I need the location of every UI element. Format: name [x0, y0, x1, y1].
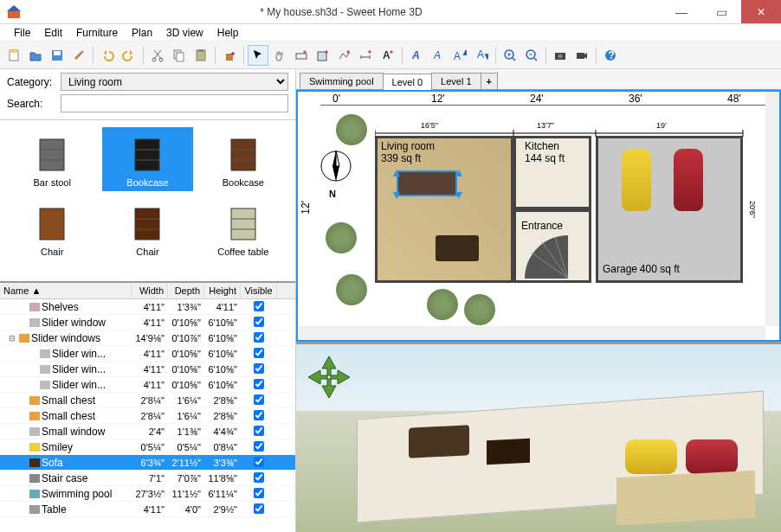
table-header[interactable]: Name ▲ Width Depth Height Visible: [0, 283, 295, 299]
paste-button[interactable]: [190, 45, 211, 66]
create-rooms-tool[interactable]: [313, 45, 333, 66]
selection-handles[interactable]: [393, 166, 462, 202]
create-polylines-tool[interactable]: [334, 45, 355, 66]
row-visible-checkbox[interactable]: [254, 379, 264, 389]
catalog-item-bar-stool[interactable]: Bar stool: [7, 127, 97, 191]
save-button[interactable]: [47, 45, 68, 66]
tab-level-1[interactable]: Level 1: [431, 73, 481, 89]
menu-help[interactable]: Help: [210, 25, 246, 41]
staircase-icon[interactable]: [525, 235, 568, 279]
add-furniture-button[interactable]: [219, 45, 240, 66]
row-visible-checkbox[interactable]: [254, 503, 264, 514]
car-red-plan[interactable]: [674, 149, 703, 211]
view-3d[interactable]: [296, 342, 781, 532]
row-visible-checkbox[interactable]: [254, 457, 264, 467]
menu-furniture[interactable]: Furniture: [69, 25, 125, 41]
select-tool[interactable]: [248, 45, 268, 66]
catalog-item-chair[interactable]: Chair: [102, 196, 192, 260]
table-plan-icon[interactable]: [436, 235, 479, 261]
row-visible-checkbox[interactable]: [254, 332, 264, 343]
tab-level-0[interactable]: Level 0: [383, 74, 432, 90]
tree-icon[interactable]: [427, 289, 458, 320]
new-button[interactable]: [3, 45, 24, 66]
nav-3d-control[interactable]: [303, 351, 355, 403]
table-row[interactable]: Shelves4'11"1'3¾"4'11": [0, 299, 295, 315]
help-button[interactable]: ?: [600, 45, 621, 66]
pan-tool[interactable]: [269, 45, 290, 66]
row-visible-checkbox[interactable]: [254, 426, 264, 436]
maximize-button[interactable]: ▭: [701, 0, 741, 23]
tree-icon[interactable]: [326, 222, 357, 253]
table-row[interactable]: ⊟Slider windows14'9⅛"0'10⅞"6'10⅝": [0, 330, 295, 346]
table-row[interactable]: Slider win...4'11"0'10⅝"6'10⅝": [0, 362, 295, 377]
text-italic-button[interactable]: A: [428, 45, 449, 66]
col-visible[interactable]: Visible: [241, 283, 277, 298]
table-row[interactable]: Stair case7'1"7'0⅞"11'8⅝": [0, 471, 295, 486]
table-row[interactable]: Table4'11"4'0"2'9½": [0, 502, 295, 517]
search-input[interactable]: [61, 94, 288, 112]
room-garage[interactable]: [596, 136, 743, 283]
plan-canvas[interactable]: N 16'5" 13'7" 19' 20'6" Living room339 s…: [310, 106, 765, 326]
table-row[interactable]: Slider window4'11"0'10⅝"6'10⅝": [0, 315, 295, 330]
row-visible-checkbox[interactable]: [254, 488, 264, 498]
catalog-item-bookcase[interactable]: Bookcase: [102, 127, 192, 191]
tab-swimming-pool[interactable]: Swimming pool: [300, 73, 384, 89]
row-visible-checkbox[interactable]: [254, 394, 264, 405]
catalog-item-chair[interactable]: Chair: [7, 196, 97, 260]
row-visible-checkbox[interactable]: [254, 348, 264, 358]
preferences-button[interactable]: [68, 45, 89, 66]
create-dimensions-tool[interactable]: [356, 45, 377, 66]
open-button[interactable]: [25, 45, 46, 66]
menu-plan[interactable]: Plan: [125, 25, 159, 41]
copy-button[interactable]: [169, 45, 190, 66]
row-visible-checkbox[interactable]: [254, 472, 264, 483]
text-bold-button[interactable]: A: [406, 45, 427, 66]
row-visible-checkbox[interactable]: [254, 317, 264, 327]
zoom-in-button[interactable]: [500, 45, 520, 66]
decrease-text-button[interactable]: A▼: [471, 45, 492, 66]
table-row[interactable]: Small chest2'8¼"1'6¼"2'8⅝": [0, 393, 295, 408]
catalog-item-coffee-table[interactable]: Coffee table: [198, 196, 288, 260]
table-row[interactable]: Small chest2'8¼"1'6¼"2'8⅝": [0, 408, 295, 424]
row-visible-checkbox[interactable]: [254, 441, 264, 452]
plan-view[interactable]: 0'12'24'36'48' 12' N 16'5" 13'7" 19': [296, 90, 781, 342]
add-level-button[interactable]: +: [481, 73, 498, 89]
col-height[interactable]: Height: [204, 283, 241, 298]
house-3d-model[interactable]: [357, 379, 764, 525]
redo-button[interactable]: [119, 45, 139, 66]
increase-text-button[interactable]: A▲: [449, 45, 470, 66]
col-width[interactable]: Width: [132, 283, 168, 298]
close-button[interactable]: ✕: [741, 0, 781, 23]
scrollbar-horizontal[interactable]: [298, 326, 765, 340]
minimize-button[interactable]: —: [662, 0, 701, 23]
table-row[interactable]: Slider win...4'11"0'10⅝"6'10⅝": [0, 377, 295, 393]
col-name[interactable]: Name ▲: [0, 283, 132, 298]
menu-3d-view[interactable]: 3D view: [159, 25, 210, 41]
tree-icon[interactable]: [336, 114, 367, 145]
row-visible-checkbox[interactable]: [254, 301, 264, 311]
zoom-out-button[interactable]: [521, 45, 542, 66]
undo-button[interactable]: [97, 45, 118, 66]
table-row[interactable]: Swimming pool27'3½"11'1½"6'11¼": [0, 486, 295, 502]
catalog-item-bookcase[interactable]: Bookcase: [198, 127, 288, 191]
cut-button[interactable]: [147, 45, 168, 66]
table-row[interactable]: Sofa6'3¾"2'11½"3'3⅜": [0, 455, 295, 471]
menu-edit[interactable]: Edit: [37, 25, 69, 41]
car-yellow-plan[interactable]: [622, 149, 651, 211]
table-row[interactable]: Smiley0'5¼"0'5¼"0'8¼": [0, 439, 295, 455]
catalog-grid[interactable]: Bar stoolBookcaseBookcaseChairChairCoffe…: [0, 120, 295, 281]
table-row[interactable]: Small window2'4"1'1⅜"4'4¾": [0, 424, 295, 439]
table-row[interactable]: Slider win...4'11"0'10⅝"6'10⅝": [0, 346, 295, 362]
tree-icon[interactable]: [464, 294, 495, 325]
category-select[interactable]: Living room: [61, 73, 288, 91]
photo-button[interactable]: [550, 45, 571, 66]
video-button[interactable]: [571, 45, 592, 66]
menu-file[interactable]: File: [7, 25, 37, 41]
create-text-tool[interactable]: A: [378, 45, 398, 66]
tree-icon[interactable]: [336, 274, 367, 305]
col-depth[interactable]: Depth: [168, 283, 204, 298]
row-visible-checkbox[interactable]: [254, 363, 264, 374]
create-walls-tool[interactable]: [291, 45, 312, 66]
row-visible-checkbox[interactable]: [254, 410, 264, 420]
scrollbar-vertical[interactable]: [765, 92, 779, 326]
